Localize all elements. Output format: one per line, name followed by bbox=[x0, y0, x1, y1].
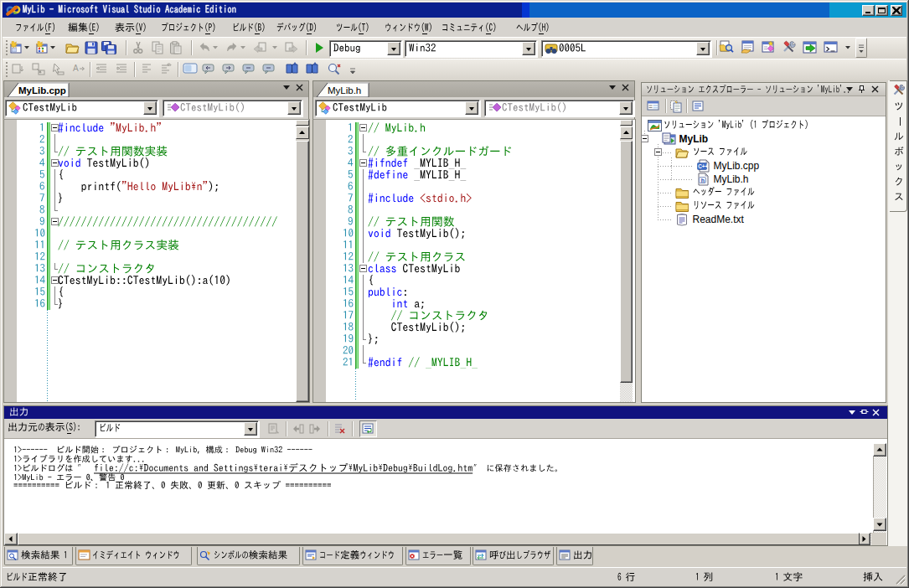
svg-text:C++: C++ bbox=[698, 163, 708, 169]
svg-text:h: h bbox=[700, 178, 704, 183]
svg-text:A: A bbox=[73, 64, 79, 73]
